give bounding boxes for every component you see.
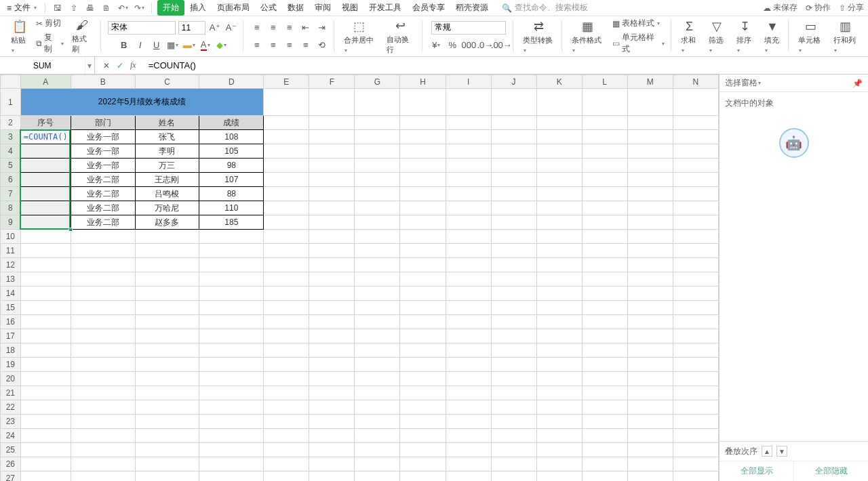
cell-C21[interactable] xyxy=(135,386,199,400)
cell-A26[interactable] xyxy=(20,457,71,472)
cell-G26[interactable] xyxy=(355,457,400,472)
cell-I2[interactable] xyxy=(446,116,491,130)
cell-I27[interactable] xyxy=(446,472,491,482)
cell-C25[interactable] xyxy=(135,443,199,457)
cell-D25[interactable] xyxy=(199,443,264,457)
cell-C2[interactable]: 姓名 xyxy=(135,116,199,130)
tab-开始[interactable]: 开始 xyxy=(157,0,184,16)
cell-A16[interactable] xyxy=(20,315,71,329)
align-center-icon[interactable]: ≡ xyxy=(267,39,280,52)
cell-M9[interactable] xyxy=(627,215,673,230)
cell-C12[interactable] xyxy=(135,258,199,272)
tab-视图[interactable]: 视图 xyxy=(336,0,363,16)
cell-J18[interactable] xyxy=(491,343,536,358)
col-header-I[interactable]: I xyxy=(446,75,491,89)
cell-F21[interactable] xyxy=(309,386,355,400)
cell-B4[interactable]: 业务一部 xyxy=(71,144,135,159)
cell-G13[interactable] xyxy=(355,272,400,287)
cell-N12[interactable] xyxy=(673,258,718,272)
col-header-J[interactable]: J xyxy=(491,75,536,89)
cell-L21[interactable] xyxy=(582,386,627,400)
cell-J2[interactable] xyxy=(491,116,536,130)
coop-button[interactable]: ⟳协作 xyxy=(806,2,831,14)
cell-C9[interactable]: 赵多多 xyxy=(135,215,199,230)
dec-inc-icon[interactable]: .0→ xyxy=(478,39,492,52)
sum-button[interactable]: Σ求和▾ xyxy=(678,19,701,54)
cell-H12[interactable] xyxy=(400,258,446,272)
col-header-L[interactable]: L xyxy=(582,75,627,89)
cell-C16[interactable] xyxy=(135,315,199,329)
cell-J25[interactable] xyxy=(491,443,536,457)
copy-button[interactable]: ⧉复制▾ xyxy=(35,31,65,56)
cell-J3[interactable] xyxy=(491,130,536,144)
export-icon[interactable]: ⇪ xyxy=(67,1,81,15)
cell-E22[interactable] xyxy=(264,400,309,415)
cell-K13[interactable] xyxy=(536,272,582,287)
cell-D2[interactable]: 成绩 xyxy=(199,116,264,130)
print-icon[interactable]: 🖶 xyxy=(83,1,97,15)
cell-L27[interactable] xyxy=(582,472,627,482)
cell-B26[interactable] xyxy=(71,457,135,472)
cell-L2[interactable] xyxy=(582,116,627,130)
cell-C7[interactable]: 吕鸣梭 xyxy=(135,187,199,201)
col-header-C[interactable]: C xyxy=(135,75,199,89)
cell-B25[interactable] xyxy=(71,443,135,457)
cell-G3[interactable] xyxy=(355,130,400,144)
cell-N23[interactable] xyxy=(673,415,718,429)
rowscols-button[interactable]: ▥行和列▾ xyxy=(831,19,860,54)
fill-button[interactable]: ▼填充▾ xyxy=(762,19,784,54)
cell-G23[interactable] xyxy=(355,415,400,429)
cut-button[interactable]: ✂剪切 xyxy=(35,17,65,30)
cell-E7[interactable] xyxy=(264,187,309,201)
cell-B16[interactable] xyxy=(71,315,135,329)
cell-L5[interactable] xyxy=(582,159,627,173)
cell-M1[interactable] xyxy=(627,89,673,116)
name-box-dropdown[interactable]: ▾ xyxy=(85,57,94,74)
cell-C14[interactable] xyxy=(135,287,199,301)
cell-J6[interactable] xyxy=(491,173,536,187)
command-search[interactable]: 🔍 查找命令、搜索模板 xyxy=(502,2,588,14)
table-title[interactable]: 2022年5月绩效考核成绩 xyxy=(20,89,264,116)
cell-G22[interactable] xyxy=(355,400,400,415)
row-header-24[interactable]: 24 xyxy=(1,429,21,443)
row-header-11[interactable]: 11 xyxy=(1,244,21,258)
row-header-2[interactable]: 2 xyxy=(1,116,21,130)
cell-M26[interactable] xyxy=(627,457,673,472)
row-header-7[interactable]: 7 xyxy=(1,187,21,201)
cell-D19[interactable] xyxy=(199,358,264,372)
cell-I19[interactable] xyxy=(446,358,491,372)
tab-页面布局[interactable]: 页面布局 xyxy=(212,0,255,16)
cell-H2[interactable] xyxy=(400,116,446,130)
cell-L3[interactable] xyxy=(582,130,627,144)
fill-handle[interactable] xyxy=(68,228,73,232)
cell-L4[interactable] xyxy=(582,144,627,159)
cell-I23[interactable] xyxy=(446,415,491,429)
cell-F8[interactable] xyxy=(309,201,355,215)
cell-H20[interactable] xyxy=(400,372,446,386)
cell-I14[interactable] xyxy=(446,287,491,301)
row-header-8[interactable]: 8 xyxy=(1,201,21,215)
cell-B17[interactable] xyxy=(71,329,135,343)
row-header-20[interactable]: 20 xyxy=(1,372,21,386)
cell-I20[interactable] xyxy=(446,372,491,386)
show-all-button[interactable]: 全部显示 xyxy=(719,461,793,481)
number-format-select[interactable] xyxy=(431,21,506,35)
cell-M5[interactable] xyxy=(627,159,673,173)
cell-E10[interactable] xyxy=(264,230,309,244)
cell-F12[interactable] xyxy=(309,258,355,272)
cell-M21[interactable] xyxy=(627,386,673,400)
cell-B23[interactable] xyxy=(71,415,135,429)
unsaved-indicator[interactable]: ☁未保存 xyxy=(763,2,797,14)
cell-B20[interactable] xyxy=(71,372,135,386)
cell-B22[interactable] xyxy=(71,400,135,415)
cells-button[interactable]: ▭单元格▾ xyxy=(795,19,825,54)
cell-C17[interactable] xyxy=(135,329,199,343)
font-size-select[interactable] xyxy=(178,21,205,35)
cell-B9[interactable]: 业务二部 xyxy=(71,215,135,230)
cell-A5[interactable] xyxy=(20,159,71,173)
cell-D22[interactable] xyxy=(199,400,264,415)
cell-E18[interactable] xyxy=(264,343,309,358)
cell-C11[interactable] xyxy=(135,244,199,258)
cell-L8[interactable] xyxy=(582,201,627,215)
merge-center-button[interactable]: ⬚合并居中▾ xyxy=(341,18,378,55)
